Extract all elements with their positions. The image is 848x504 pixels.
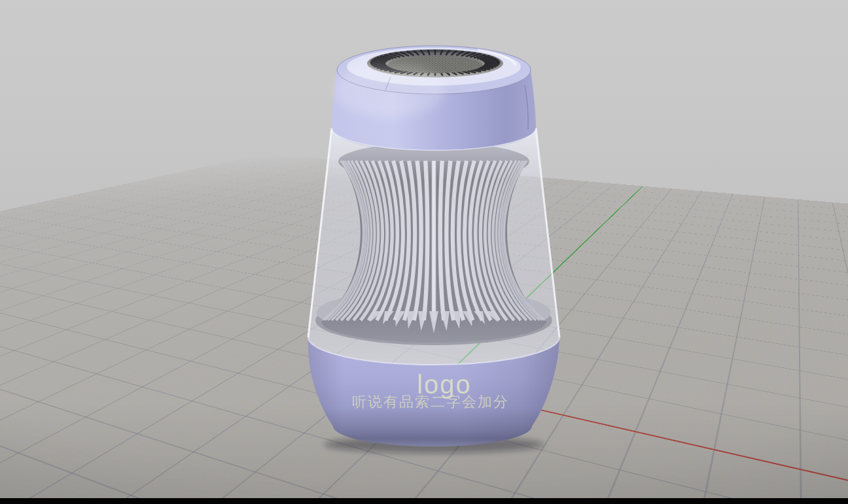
render-viewport[interactable]: logo 听说有品索二字会加分: [0, 0, 848, 504]
product-model[interactable]: logo 听说有品索二字会加分: [281, 26, 589, 471]
product-top-cap: [332, 46, 536, 150]
bottom-bar: [0, 498, 848, 504]
cap-highlight: [334, 63, 445, 118]
slogan-text: 听说有品索二字会加分: [352, 394, 509, 410]
transparent-shell: [308, 128, 559, 365]
